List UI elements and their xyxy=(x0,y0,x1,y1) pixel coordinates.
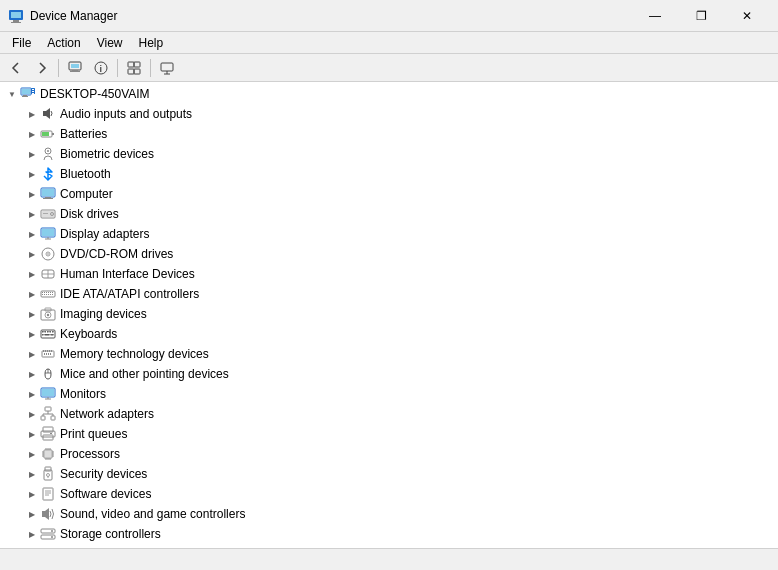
svg-point-31 xyxy=(47,150,49,152)
expand-arrow-10[interactable]: ▶ xyxy=(24,306,40,322)
expand-arrow-7[interactable]: ▶ xyxy=(24,246,40,262)
properties-button[interactable]: i xyxy=(89,57,113,79)
expand-arrow-18[interactable]: ▶ xyxy=(24,466,40,482)
svg-rect-63 xyxy=(52,294,53,295)
item-label-17: Processors xyxy=(60,447,120,461)
svg-rect-25 xyxy=(43,111,46,116)
expand-arrow-2[interactable]: ▶ xyxy=(24,146,40,162)
menu-help[interactable]: Help xyxy=(131,33,172,53)
svg-rect-42 xyxy=(42,229,54,236)
back-button[interactable] xyxy=(4,57,28,79)
list-item[interactable]: ▶ Audio inputs and outputs xyxy=(0,104,778,124)
svg-rect-83 xyxy=(43,350,44,352)
list-item[interactable]: ▶ Batteries xyxy=(0,124,778,144)
svg-point-131 xyxy=(51,530,53,532)
list-item[interactable]: ▶ Bluetooth xyxy=(0,164,778,184)
list-item[interactable]: ▶ Memory technology devices xyxy=(0,344,778,364)
list-item[interactable]: ▶ Network adapters xyxy=(0,404,778,424)
expand-arrow-6[interactable]: ▶ xyxy=(24,226,40,242)
root-expand-arrow[interactable]: ▼ xyxy=(4,86,20,102)
svg-rect-52 xyxy=(42,292,43,293)
list-item[interactable]: ▶ Biometric devices xyxy=(0,144,778,164)
svg-rect-72 xyxy=(50,331,52,333)
list-item[interactable]: ▶ Computer xyxy=(0,184,778,204)
menu-view[interactable]: View xyxy=(89,33,131,53)
svg-rect-58 xyxy=(42,294,43,295)
list-item[interactable]: ▶ Human Interface Devices xyxy=(0,264,778,284)
expand-arrow-13[interactable]: ▶ xyxy=(24,366,40,382)
item-label-12: Memory technology devices xyxy=(60,347,209,361)
list-item[interactable]: ▶ Print queues xyxy=(0,424,778,444)
svg-rect-13 xyxy=(134,69,140,74)
toolbar-separator-2 xyxy=(117,59,118,77)
security-icon xyxy=(40,466,56,482)
svg-rect-14 xyxy=(161,63,173,71)
forward-button[interactable] xyxy=(30,57,54,79)
close-button[interactable]: ✕ xyxy=(724,0,770,32)
expand-arrow-15[interactable]: ▶ xyxy=(24,406,40,422)
expand-arrow-21[interactable]: ▶ xyxy=(24,526,40,542)
expand-arrow-12[interactable]: ▶ xyxy=(24,346,40,362)
minimize-button[interactable]: — xyxy=(632,0,678,32)
svg-rect-106 xyxy=(45,451,51,457)
list-item[interactable]: ▶ Sound, video and game controllers xyxy=(0,504,778,524)
svg-rect-35 xyxy=(45,197,51,198)
svg-rect-62 xyxy=(50,294,51,295)
item-label-4: Computer xyxy=(60,187,113,201)
expand-arrow-0[interactable]: ▶ xyxy=(24,106,40,122)
svg-rect-85 xyxy=(47,350,48,352)
expand-arrow-19[interactable]: ▶ xyxy=(24,486,40,502)
list-item[interactable]: ▶ DVD/CD-ROM drives xyxy=(0,244,778,264)
svg-rect-28 xyxy=(42,132,49,136)
list-item[interactable]: ▶ Security devices xyxy=(0,464,778,484)
monitor-icon xyxy=(40,386,56,402)
svg-rect-69 xyxy=(42,331,44,333)
item-label-0: Audio inputs and outputs xyxy=(60,107,192,121)
expand-arrow-8[interactable]: ▶ xyxy=(24,266,40,282)
svg-rect-40 xyxy=(43,213,48,214)
toolbar-separator-3 xyxy=(150,59,151,77)
svg-rect-18 xyxy=(22,89,30,94)
list-item[interactable]: ▶ Display adapters xyxy=(0,224,778,244)
list-item[interactable]: ▶ Monitors xyxy=(0,384,778,404)
item-label-21: Storage controllers xyxy=(60,527,161,541)
expand-arrow-3[interactable]: ▶ xyxy=(24,166,40,182)
expand-arrow-16[interactable]: ▶ xyxy=(24,426,40,442)
item-label-2: Biometric devices xyxy=(60,147,154,161)
maximize-button[interactable]: ❐ xyxy=(678,0,724,32)
biometric-icon xyxy=(40,146,56,162)
computer-icon-button[interactable] xyxy=(63,57,87,79)
list-item[interactable]: ▶ IDE ATA/ATAPI con xyxy=(0,284,778,304)
display-button[interactable] xyxy=(155,57,179,79)
svg-rect-76 xyxy=(51,334,53,336)
list-item[interactable]: ▶ Keyboards xyxy=(0,324,778,344)
svg-rect-7 xyxy=(70,71,80,72)
item-label-3: Bluetooth xyxy=(60,167,111,181)
menu-file[interactable]: File xyxy=(4,33,39,53)
svg-rect-104 xyxy=(50,433,52,434)
list-item[interactable]: ▶ Imaging devices xyxy=(0,304,778,324)
scan-button[interactable] xyxy=(122,57,146,79)
root-item[interactable]: ▼ DESKTOP-450VAIM xyxy=(0,84,778,104)
list-item[interactable]: ▶ Software devices xyxy=(0,484,778,504)
sound-icon xyxy=(40,506,56,522)
expand-arrow-4[interactable]: ▶ xyxy=(24,186,40,202)
expand-arrow-20[interactable]: ▶ xyxy=(24,506,40,522)
menu-action[interactable]: Action xyxy=(39,33,88,53)
expand-arrow-9[interactable]: ▶ xyxy=(24,286,40,302)
item-label-10: Imaging devices xyxy=(60,307,147,321)
expand-arrow-14[interactable]: ▶ xyxy=(24,386,40,402)
expand-arrow-11[interactable]: ▶ xyxy=(24,326,40,342)
device-tree[interactable]: ▼ DESKTOP-450VAIM ▶ xyxy=(0,82,778,548)
svg-rect-29 xyxy=(52,133,54,135)
expand-arrow-1[interactable]: ▶ xyxy=(24,126,40,142)
storage-icon xyxy=(40,526,56,542)
list-item[interactable]: ▶ Storage controllers xyxy=(0,524,778,544)
expand-arrow-17[interactable]: ▶ xyxy=(24,446,40,462)
list-item[interactable]: ▶ Disk drives xyxy=(0,204,778,224)
svg-rect-73 xyxy=(52,331,54,333)
expand-arrow-5[interactable]: ▶ xyxy=(24,206,40,222)
list-item[interactable]: ▶ Mice and other pointing devices xyxy=(0,364,778,384)
memory-icon xyxy=(40,346,56,362)
list-item[interactable]: ▶ Proces xyxy=(0,444,778,464)
